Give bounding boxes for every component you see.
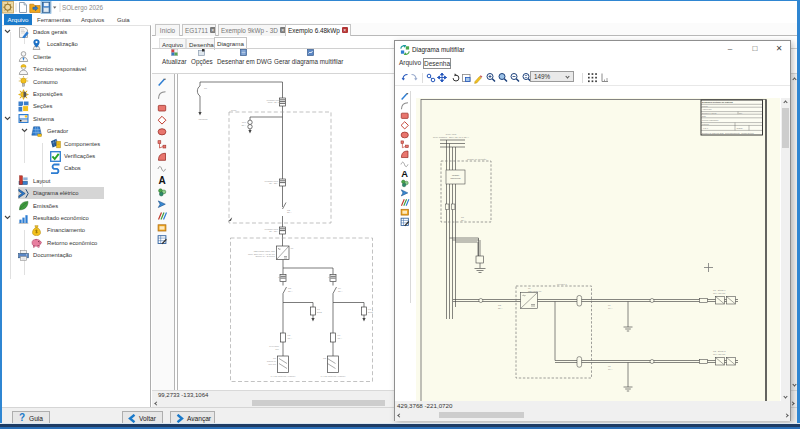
svg-text:1 x 12 Módulos (4950W): 1 x 12 Módulos (4950W) [320,375,345,377]
svg-text:TRIF 380/400 V AC 20 kW: TRIF 380/400 V AC 20 kW [248,253,276,255]
svg-text:Rede local: Rede local [446,133,457,135]
svg-text:Arquivo Nro: Arquivo Nro [702,108,712,110]
svg-text:Medidor kWh: Medidor kWh [264,228,278,230]
svg-text:Quadro de medição: Quadro de medição [467,158,487,161]
svg-text:1 de 1: 1 de 1 [703,127,708,129]
svg-text:F2: F2 [608,365,611,367]
svg-text:15 A: 15 A [338,337,343,339]
svg-text:F5: F5 [288,334,291,336]
svg-text:Usuários: Usuários [198,118,208,120]
svg-text:PV0450P: PV0450P [269,345,279,347]
svg-text:F1: F1 [317,308,320,310]
svg-text:REFUSOL 6K: REFUSOL 6K [528,290,542,292]
svg-text:F2: F2 [368,308,371,310]
svg-text:bidirecional: bidirecional [450,177,461,179]
svg-text:DPS: DPS [368,311,373,313]
svg-text:F6: F6 [338,334,341,336]
svg-text:20000 W - 2 MPPT: 20000 W - 2 MPPT [255,255,275,257]
svg-text:Exemplo 6.48kWp: Exemplo 6.48kWp [702,112,717,114]
svg-text:450 Wp: 450 Wp [268,363,277,365]
svg-text:Medidor kWh: Medidor kWh [266,99,280,101]
svg-text:kWh - 3F+N: kWh - 3F+N [268,101,281,103]
svg-text:G1 - String 1: G1 - String 1 [713,289,726,291]
svg-text:Medidor kWh: Medidor kWh [264,180,278,182]
svg-text:F1: F1 [608,304,611,306]
svg-text:3F - 25A: 3F - 25A [269,230,278,232]
svg-text:3F - 25A: 3F - 25A [269,182,278,184]
svg-text:Q1: Q1 [461,216,465,218]
svg-text:25 A: 25 A [287,211,292,213]
svg-text:16x: 16x [275,348,280,350]
svg-text:16 A: 16 A [608,307,613,309]
svg-text:Rev: Rev [739,112,742,114]
svg-text:G2: G2 [323,357,327,359]
svg-text:Prancha: Prancha [702,123,709,125]
svg-text:Q2: Q2 [498,304,502,306]
svg-text:25 A: 25 A [498,307,503,309]
svg-text:Q4: Q4 [338,287,342,289]
svg-text:Exemplo de SOLergo 2026 - Dime: Exemplo de SOLergo 2026 - Dimensionament… [702,132,754,134]
svg-text:Medidor: Medidor [452,174,460,176]
svg-text:Projeto: Projeto [702,105,708,107]
svg-text:Q2: Q2 [287,209,291,211]
svg-text:11/2024: 11/2024 [737,127,743,129]
svg-text:Inversor 1: Inversor 1 [557,283,568,285]
svg-text:Data: Data [702,115,706,117]
svg-text:Rede Trifásica - 380V (3F+N+T: Rede Trifásica - 380V (3F+N+T 25 A) [433,136,469,138]
svg-text:T1: T1 [528,287,531,289]
svg-text:Diagrama multifilar do sistema: Diagrama multifilar do sistema [702,101,734,103]
svg-text:TC1: TC1 [242,121,247,123]
svg-text:10561 W: 10561 W [267,360,277,362]
svg-text:16 A: 16 A [608,368,613,370]
svg-text:REFUSOL 020K-SCI: REFUSOL 020K-SCI [254,250,276,252]
svg-text:G1: G1 [273,357,277,359]
svg-text:DPS: DPS [317,311,322,313]
svg-text:15 A: 15 A [288,337,293,339]
svg-text:Rede: Rede [231,109,237,111]
svg-text:12 x 450 Wp: 12 x 450 Wp [713,292,726,294]
svg-text:12 x 450 Wp: 12 x 450 Wp [713,353,726,355]
svg-text:25 A: 25 A [288,290,293,292]
svg-text:G2 - String 2: G2 - String 2 [713,350,726,352]
svg-text:25 A: 25 A [338,290,343,292]
svg-text:Q3: Q3 [288,287,292,289]
svg-text:T1: T1 [291,247,294,249]
svg-text:Q1: Q1 [204,87,208,89]
svg-text:Técnico responsável: Técnico responsável [702,119,719,121]
svg-text:1 x 12 Módulos (4950W): 1 x 12 Módulos (4950W) [270,375,295,377]
svg-text:25 A: 25 A [461,219,466,221]
svg-text:25 A: 25 A [241,124,246,126]
